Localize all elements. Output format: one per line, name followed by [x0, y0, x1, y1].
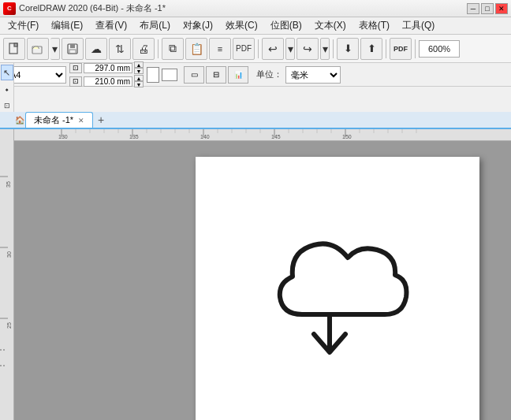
print-button[interactable]: 🖨: [132, 38, 155, 60]
page-canvas: [196, 157, 479, 420]
separator1: [158, 39, 159, 58]
svg-rect-1: [14, 43, 17, 46]
tab-label: 未命名 -1*: [34, 114, 73, 126]
tab-close-icon[interactable]: ✕: [78, 117, 84, 125]
separator4: [386, 39, 386, 58]
canvas-area[interactable]: [14, 141, 511, 420]
svg-text:135: 135: [129, 134, 139, 139]
width-spinner: ▲ ▼: [134, 61, 144, 74]
app-icon: C: [3, 2, 16, 15]
menu-layout[interactable]: 布局(L): [133, 17, 177, 34]
new-button[interactable]: [3, 38, 25, 60]
select-tool[interactable]: ↖: [1, 65, 13, 80]
node-tool[interactable]: ⬥: [1, 81, 13, 97]
properties-toolbar: A4 A3 Letter ⊡ ▲ ▼ ⊡ ▲ ▼ ▭ ⊟ 📊 单位：: [0, 63, 511, 87]
paste-button[interactable]: 📋: [185, 38, 207, 60]
menu-tools[interactable]: 工具(Q): [396, 17, 441, 34]
single-page-btn[interactable]: ▭: [184, 66, 204, 84]
tab-add-button[interactable]: +: [93, 112, 109, 128]
separator2: [258, 39, 259, 58]
redo-button[interactable]: ↪: [297, 38, 319, 60]
redo-dropdown[interactable]: ▾: [320, 38, 330, 60]
page-width-input[interactable]: [84, 63, 132, 73]
clipboard2[interactable]: ≡: [209, 38, 231, 60]
vertical-ruler: 35 30 25: [0, 129, 14, 420]
height-down[interactable]: ▼: [134, 81, 144, 87]
menu-bar: 文件(F) 编辑(E) 查看(V) 布局(L) 对象(J) 效果(C) 位图(B…: [0, 17, 511, 35]
svg-text:35: 35: [6, 181, 11, 188]
minimize-button[interactable]: ─: [467, 3, 479, 14]
copy-button[interactable]: ⧉: [162, 38, 184, 60]
svg-text:30: 30: [6, 251, 12, 258]
page-orientation: [147, 67, 177, 83]
tab-unnamed[interactable]: 未命名 -1* ✕: [25, 112, 93, 128]
unit-select[interactable]: 毫米 厘米 像素 英寸: [285, 66, 341, 84]
page-dimensions: ⊡ ▲ ▼ ⊡ ▲ ▼: [69, 61, 144, 87]
svg-rect-38: [0, 129, 14, 420]
spread-page-btn[interactable]: ⊟: [206, 66, 226, 84]
separator3: [333, 39, 334, 58]
height-spinner: ▲ ▼: [134, 75, 144, 87]
menu-table[interactable]: 表格(T): [352, 17, 396, 34]
save-button[interactable]: [62, 38, 84, 60]
svg-text:140: 140: [200, 134, 210, 139]
cloud-download-icon: [239, 212, 420, 377]
window-controls: ─ □ ✕: [467, 3, 508, 14]
unit-label: 单位：: [256, 69, 282, 80]
height-up[interactable]: ▲: [134, 75, 144, 81]
title-bar: C CorelDRAW 2020 (64-Bit) - 未命名 -1* ─ □ …: [0, 0, 511, 17]
cloud-save-button[interactable]: ☁: [85, 38, 107, 60]
cloud-load-button[interactable]: ⇅: [109, 38, 131, 60]
close-button[interactable]: ✕: [495, 3, 508, 14]
maximize-button[interactable]: □: [481, 3, 494, 14]
page-type-buttons: ▭ ⊟ 📊: [184, 66, 248, 84]
title-text: CorelDRAW 2020 (64-Bit) - 未命名 -1*: [19, 2, 464, 14]
svg-text:130: 130: [58, 134, 68, 139]
dim-icon1: ⊡: [69, 63, 82, 73]
svg-text:145: 145: [271, 134, 281, 139]
transform-tool[interactable]: ⊡: [1, 98, 13, 113]
menu-file[interactable]: 文件(F): [2, 17, 45, 34]
undo-dropdown[interactable]: ▾: [285, 38, 295, 60]
export-button[interactable]: ⬆: [360, 38, 382, 60]
open-button[interactable]: [27, 38, 49, 60]
horizontal-ruler: 130 135 140 145 150: [14, 129, 511, 141]
svg-rect-5: [69, 50, 76, 54]
menu-bitmap[interactable]: 位图(B): [264, 17, 308, 34]
open-dropdown[interactable]: ▾: [50, 38, 60, 60]
menu-object[interactable]: 对象(J): [177, 17, 219, 34]
import-button[interactable]: ⬇: [337, 38, 359, 60]
menu-edit[interactable]: 编辑(E): [45, 17, 89, 34]
menu-effects[interactable]: 效果(C): [219, 17, 264, 34]
landscape-button[interactable]: [162, 69, 177, 81]
svg-rect-4: [70, 44, 75, 48]
chart-btn[interactable]: 📊: [228, 66, 248, 84]
svg-rect-6: [14, 129, 511, 141]
width-down[interactable]: ▼: [134, 68, 144, 74]
tab-bar: 🏠 未命名 -1* ✕ +: [0, 112, 511, 129]
svg-text:25: 25: [6, 322, 12, 329]
zoom-level[interactable]: 600%: [419, 40, 460, 58]
publish[interactable]: PDF: [233, 38, 255, 60]
separator5: [415, 39, 416, 58]
width-up[interactable]: ▲: [134, 61, 144, 68]
pdf-export[interactable]: PDF: [390, 38, 412, 60]
undo-button[interactable]: ↩: [262, 38, 284, 60]
menu-view[interactable]: 查看(V): [89, 17, 133, 34]
svg-text:150: 150: [342, 134, 352, 139]
menu-text[interactable]: 文本(X): [308, 17, 352, 34]
home-tab-icon[interactable]: 🏠: [14, 112, 25, 128]
portrait-button[interactable]: [147, 67, 159, 83]
main-toolbar: ▾ ☁ ⇅ 🖨 ⧉ 📋 ≡ PDF ↩ ▾ ↪ ▾ ⬇ ⬆ PDF 600%: [0, 35, 511, 63]
page-height-input[interactable]: [84, 76, 132, 87]
dim-icon2: ⊡: [69, 76, 82, 87]
